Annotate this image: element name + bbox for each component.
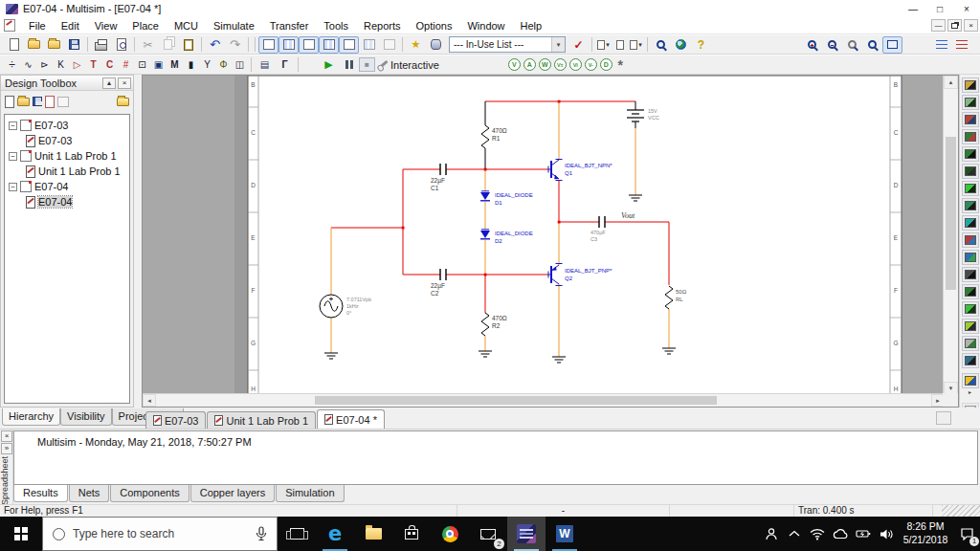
spectrum-analyzer-button[interactable]: [962, 284, 979, 299]
source-group-button[interactable]: ÷: [4, 56, 20, 74]
maximize-button[interactable]: □: [926, 1, 953, 17]
tree-item[interactable]: − E07-03: [9, 118, 129, 133]
simulation-log-button[interactable]: [359, 36, 379, 54]
multimeter-button[interactable]: [962, 77, 979, 93]
indicator-group-button[interactable]: ▣: [150, 56, 167, 74]
document-icon[interactable]: [4, 19, 15, 32]
sheet-tab-unit-1-lab-prob-1[interactable]: Unit 1 Lab Prob 1: [207, 411, 316, 429]
onedrive-cloud-icon[interactable]: [829, 517, 852, 551]
diode-group-button[interactable]: ⊳: [36, 56, 53, 74]
panel-minimize-button[interactable]: ▴: [102, 77, 116, 89]
ttl-group-button[interactable]: T: [85, 56, 101, 74]
fullscreen-button[interactable]: [882, 36, 902, 54]
spreadsheet-results-area[interactable]: Multisim - Monday, May 21, 2018, 7:50:27…: [13, 430, 978, 485]
electromechanical-group-button[interactable]: Φ: [215, 56, 232, 74]
show-hidden-icons-button[interactable]: [783, 517, 806, 551]
database-manager-button[interactable]: [426, 36, 446, 54]
edit-labels-button[interactable]: [951, 36, 971, 54]
show-folders-button[interactable]: [117, 98, 129, 106]
spice-netlist-viewer-button[interactable]: [299, 36, 319, 54]
volume-icon[interactable]: [875, 517, 898, 551]
find-button[interactable]: [651, 36, 671, 54]
horizontal-scrollbar[interactable]: ◄ ►: [143, 393, 945, 407]
create-component-button[interactable]: ★: [406, 36, 426, 54]
tab-results[interactable]: Results: [13, 485, 68, 502]
menu-view[interactable]: View: [87, 18, 125, 33]
description-edit-button[interactable]: [931, 36, 951, 54]
sheet-tab-label[interactable]: E07-03: [165, 415, 198, 427]
menu-file[interactable]: File: [21, 18, 54, 33]
microphone-icon[interactable]: [256, 526, 267, 541]
redo-button[interactable]: ↷: [225, 36, 245, 54]
tab-simulation[interactable]: Simulation: [276, 485, 344, 502]
current-probe-button[interactable]: A: [523, 58, 536, 71]
hscroll-thumb[interactable]: [315, 396, 717, 405]
menu-options[interactable]: Options: [409, 18, 460, 33]
mail-button[interactable]: 2: [469, 517, 507, 551]
open-sample-button[interactable]: [44, 36, 64, 54]
word-button[interactable]: W: [546, 517, 584, 551]
menu-window[interactable]: Window: [459, 18, 512, 33]
word-generator-button[interactable]: [962, 198, 979, 213]
function-generator-button[interactable]: [962, 95, 979, 110]
tree-item-selected[interactable]: E07-04: [9, 194, 129, 209]
stop-simulation-button[interactable]: ■: [359, 57, 375, 72]
description-box-button[interactable]: [319, 36, 339, 54]
design-checked-icon[interactable]: [20, 150, 32, 162]
tree-item[interactable]: Unit 1 Lab Prob 1: [9, 164, 129, 179]
tree-item-label[interactable]: E07-03: [34, 120, 68, 131]
labview-dropdown-arrow[interactable]: ▸: [969, 390, 971, 395]
new-design-button[interactable]: [5, 96, 14, 108]
design-checked-icon[interactable]: [20, 181, 32, 192]
microsoft-store-button[interactable]: [392, 517, 431, 551]
scroll-up-button[interactable]: ▲: [944, 76, 958, 89]
bode-plotter-button[interactable]: [962, 164, 979, 179]
basic-group-button[interactable]: ∿: [20, 56, 36, 74]
panel-splitter[interactable]: [134, 75, 142, 408]
spreadsheet-view-toggle-button[interactable]: [278, 36, 299, 54]
collapse-icon[interactable]: −: [9, 183, 17, 191]
tab-copper-layers[interactable]: Copper layers: [190, 485, 275, 502]
menu-reports[interactable]: Reports: [356, 18, 409, 33]
misc-digital-group-button[interactable]: #: [118, 56, 134, 74]
cut-button[interactable]: ✂: [138, 36, 158, 54]
paste-button[interactable]: [178, 36, 198, 54]
agilent-multimeter-button[interactable]: [962, 336, 979, 351]
mdi-restore-button[interactable]: [947, 19, 962, 32]
spreadsheet-close-button[interactable]: ×: [1, 430, 12, 442]
logic-converter-button[interactable]: [962, 215, 979, 231]
copy-button[interactable]: [158, 36, 178, 54]
back-annotate-button[interactable]: ▾: [595, 36, 612, 54]
tab-nets[interactable]: Nets: [69, 485, 110, 502]
help-button[interactable]: ?: [691, 36, 711, 54]
tree-item[interactable]: E07-03: [9, 133, 129, 148]
minimize-button[interactable]: —: [900, 1, 926, 17]
interactive-label[interactable]: Interactive: [390, 59, 439, 71]
bus-button[interactable]: Γ: [275, 56, 295, 74]
sheet-tab-e07-04[interactable]: E07-04 *: [317, 409, 385, 429]
chrome-button[interactable]: [431, 517, 469, 551]
mdi-close-button[interactable]: ×: [964, 19, 978, 32]
undo-button[interactable]: ↶: [205, 36, 225, 54]
frequency-counter-button[interactable]: [962, 181, 979, 196]
tree-item[interactable]: − Unit 1 Lab Prob 1: [9, 148, 129, 164]
power-probe-button[interactable]: W: [539, 58, 551, 71]
zoom-fit-button[interactable]: [862, 36, 882, 54]
labview-instruments-button[interactable]: [962, 373, 979, 388]
panel-close-button[interactable]: ×: [118, 77, 131, 89]
menu-simulate[interactable]: Simulate: [206, 18, 262, 33]
sheet-tab-label[interactable]: Unit 1 Lab Prob 1: [226, 415, 308, 427]
probe-settings-button[interactable]: *: [612, 56, 629, 74]
erc-button[interactable]: ✓: [568, 36, 589, 54]
close-design-button[interactable]: [45, 96, 55, 108]
open-button[interactable]: [24, 36, 44, 54]
zoom-out-button[interactable]: [822, 36, 842, 54]
taskbar-search-box[interactable]: Type here to search: [42, 517, 278, 551]
design-toolbox-toggle-button[interactable]: [258, 36, 278, 54]
hierarchical-block-button[interactable]: ▤: [255, 56, 275, 74]
tree-item-label[interactable]: Unit 1 Lab Prob 1: [34, 150, 117, 162]
start-button[interactable]: [0, 517, 42, 551]
diff-voltage-probe-button[interactable]: V±: [554, 58, 567, 71]
cmos-group-button[interactable]: C: [101, 56, 118, 74]
advanced-peripherals-group-button[interactable]: ▮: [183, 56, 199, 74]
